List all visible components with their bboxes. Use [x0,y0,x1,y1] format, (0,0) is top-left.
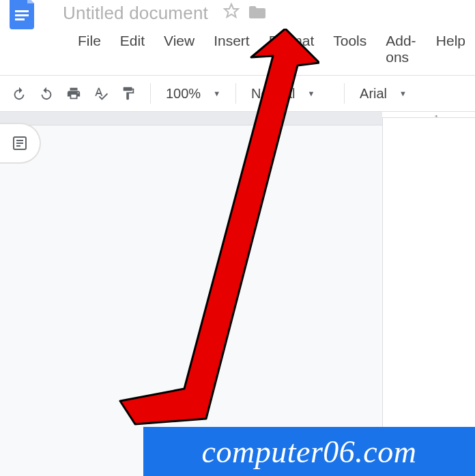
menu-help[interactable]: Help [427,30,475,68]
spellcheck-button[interactable] [89,81,113,106]
toolbar: 100% ▼ Normal ▼ Arial ▼ [0,75,475,112]
toolbar-separator [344,83,345,104]
move-folder-icon[interactable] [249,3,265,23]
redo-button[interactable] [34,81,59,106]
chevron-down-icon: ▼ [308,89,315,98]
chevron-down-icon: ▼ [213,89,220,98]
print-button[interactable] [61,81,86,106]
svg-rect-1 [15,14,29,16]
menu-tools[interactable]: Tools [323,30,376,68]
paragraph-style-dropdown[interactable]: Normal ▼ [246,81,334,106]
menu-addons[interactable]: Add-ons [376,30,427,68]
toolbar-separator [150,83,151,104]
ruler-margin-shade [0,112,382,125]
zoom-value: 100% [166,86,201,102]
menu-insert[interactable]: Insert [204,30,259,68]
menubar: File Edit View Insert Format Tools Add-o… [7,26,475,75]
header: Untitled document File Edit View Insert … [0,0,475,75]
document-page[interactable] [382,117,475,472]
font-dropdown[interactable]: Arial ▼ [354,81,443,106]
title-row: Untitled document [7,0,475,26]
svg-marker-3 [225,4,238,17]
svg-rect-2 [15,18,25,20]
paint-format-button[interactable] [116,81,141,106]
font-value: Arial [360,86,387,102]
docs-app-icon[interactable] [7,0,40,29]
svg-rect-0 [15,10,29,12]
document-title[interactable]: Untitled document [63,3,208,24]
document-outline-button[interactable] [0,123,41,164]
watermark-text: computer06.com [202,434,417,470]
menu-format[interactable]: Format [259,30,324,68]
star-icon[interactable] [223,3,240,23]
menu-view[interactable]: View [154,30,204,68]
zoom-dropdown[interactable]: 100% ▼ [160,81,226,106]
toolbar-separator [235,83,236,104]
chevron-down-icon: ▼ [399,89,407,98]
watermark: computer06.com [143,427,475,476]
menu-file[interactable]: File [68,30,111,68]
paragraph-style-value: Normal [251,86,295,102]
menu-edit[interactable]: Edit [111,30,154,68]
undo-button[interactable] [7,81,31,106]
